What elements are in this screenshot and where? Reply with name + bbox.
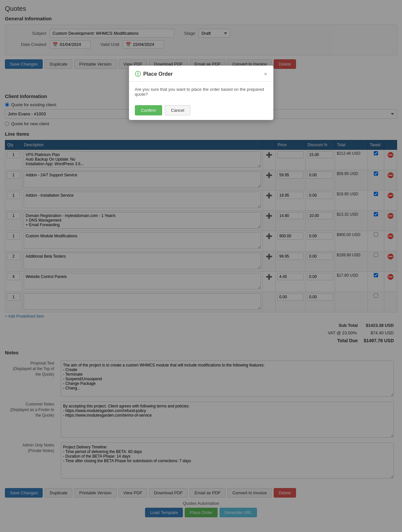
modal-body-text: Are you sure that you want to place the … bbox=[135, 87, 267, 97]
modal-header: ⓘ Place Order × bbox=[129, 66, 273, 82]
modal-body: Are you sure that you want to place the … bbox=[129, 82, 273, 102]
modal-cancel-button[interactable]: Cancel bbox=[165, 105, 190, 115]
modal-title-text: Place Order bbox=[143, 71, 173, 77]
place-order-modal-overlay: ⓘ Place Order × Are you sure that you wa… bbox=[0, 0, 402, 527]
place-order-modal: ⓘ Place Order × Are you sure that you wa… bbox=[129, 66, 273, 120]
modal-confirm-button[interactable]: Confirm bbox=[135, 105, 162, 115]
modal-title: ⓘ Place Order bbox=[135, 70, 173, 78]
modal-close-button[interactable]: × bbox=[264, 71, 267, 78]
modal-info-icon: ⓘ bbox=[135, 70, 141, 78]
modal-footer: Confirm Cancel bbox=[129, 102, 273, 120]
